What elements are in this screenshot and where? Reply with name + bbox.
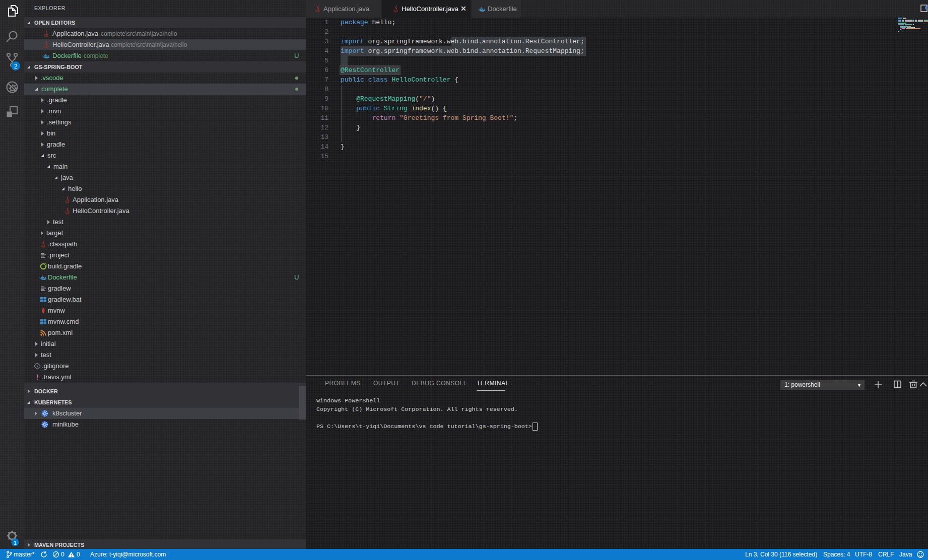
svg-text:2: 2 — [14, 63, 18, 70]
svg-text:1: 1 — [14, 540, 17, 546]
